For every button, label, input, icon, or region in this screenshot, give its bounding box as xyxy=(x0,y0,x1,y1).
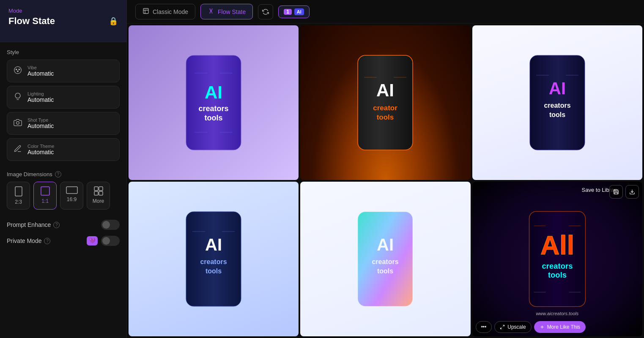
svg-rect-5 xyxy=(15,187,22,196)
flow-state-btn[interactable]: Flow State xyxy=(200,4,253,19)
more-btn[interactable]: ••• xyxy=(476,321,492,333)
color-theme-value: Automatic xyxy=(27,149,54,155)
shot-type-label: Shot Type xyxy=(27,117,54,123)
prompt-enhance-label: Prompt Enhance xyxy=(7,221,51,228)
prompt-enhance-toggle[interactable] xyxy=(101,220,120,230)
svg-text:creators: creators xyxy=(542,262,573,270)
image-card-1[interactable]: AI creators tools xyxy=(129,25,299,180)
upscale-btn[interactable]: Upscale xyxy=(494,321,531,333)
dimensions-label: Image Dimensions ? xyxy=(7,171,120,177)
more-like-btn[interactable]: More Like This xyxy=(534,321,586,333)
private-mode-row: Private Mode ? 💜 xyxy=(7,236,120,246)
private-mode-toggle-wrap: 💜 xyxy=(87,236,120,246)
mode-header: Mode Flow State 🔒 xyxy=(0,0,126,42)
dimensions-help-icon[interactable]: ? xyxy=(55,171,61,177)
mode-label: Mode xyxy=(8,8,118,14)
dim-label-2-3: 2:3 xyxy=(15,199,22,205)
watermark: www.aicreators.tools xyxy=(536,311,578,316)
style-label: Style xyxy=(7,49,120,55)
color-theme-text: Color Theme Automatic xyxy=(27,144,54,155)
image-card-6[interactable]: Save to Library xyxy=(472,182,642,336)
private-mode-help-icon[interactable]: ? xyxy=(44,238,50,244)
more-dim-icon xyxy=(94,186,103,196)
vibe-text: Vibe Automatic xyxy=(27,65,54,77)
color-theme-option[interactable]: Color Theme Automatic xyxy=(7,138,120,161)
dim-icon-16-9 xyxy=(66,186,78,194)
lighting-text: Lighting Automatic xyxy=(27,91,54,103)
image-card-4[interactable]: AI creators tools xyxy=(129,182,299,336)
style-section: Style Vibe Automatic xyxy=(0,42,126,168)
prompt-enhance-row: Prompt Enhance ? xyxy=(7,220,120,230)
private-mode-label: Private Mode xyxy=(7,237,41,244)
flow-state-icon xyxy=(208,8,214,16)
svg-rect-6 xyxy=(41,187,49,195)
dim-btn-16-9[interactable]: 16:9 xyxy=(60,182,83,210)
svg-rect-11 xyxy=(99,191,103,195)
image-card-2[interactable]: AI creator tools xyxy=(300,25,470,180)
classic-mode-label: Classic Mode xyxy=(153,8,188,15)
refresh-btn[interactable] xyxy=(258,4,273,19)
dimension-buttons: 2:3 1:1 16:9 xyxy=(7,182,120,210)
dim-label-16-9: 16:9 xyxy=(67,196,77,202)
count-badge: 1 xyxy=(284,9,292,15)
flow-state-label: Flow State xyxy=(218,8,246,15)
shot-type-text: Shot Type Automatic xyxy=(27,117,54,129)
more-icon: ••• xyxy=(481,324,487,330)
pen-icon xyxy=(13,144,22,155)
dimensions-section: Image Dimensions ? 2:3 1:1 xyxy=(0,168,126,215)
lighting-option[interactable]: Lighting Automatic xyxy=(7,86,120,109)
svg-point-0 xyxy=(14,66,22,74)
color-theme-label: Color Theme xyxy=(27,144,54,149)
ai-badge: AI xyxy=(294,8,304,15)
shot-type-option[interactable]: Shot Type Automatic xyxy=(7,112,120,135)
image-card-5[interactable]: AI creators tools xyxy=(300,182,470,336)
svg-point-4 xyxy=(16,121,19,124)
lock-icon: 🔒 xyxy=(109,16,118,26)
palette-icon xyxy=(13,66,22,76)
lighting-label: Lighting xyxy=(27,91,54,96)
download-btn[interactable] xyxy=(625,185,639,199)
save-library-btn[interactable] xyxy=(609,185,623,199)
vibe-option[interactable]: Vibe Automatic xyxy=(7,60,120,82)
card-top-actions xyxy=(609,185,639,199)
svg-point-3 xyxy=(17,71,19,72)
topbar: Classic Mode Flow State 1 AI xyxy=(127,0,644,24)
dim-label-more: More xyxy=(93,198,104,204)
vibe-value: Automatic xyxy=(27,70,54,77)
image-card-3[interactable]: AI creators tools xyxy=(472,25,642,180)
card-bottom-actions: ••• Upscale More Like This xyxy=(476,321,586,333)
upscale-label: Upscale xyxy=(507,324,526,330)
svg-text:All: All xyxy=(540,230,574,260)
prompt-enhance-help-icon[interactable]: ? xyxy=(53,222,60,228)
sidebar: Mode Flow State 🔒 Style Vibe Automatic xyxy=(0,0,127,338)
svg-rect-12 xyxy=(143,8,148,14)
classic-mode-btn[interactable]: Classic Mode xyxy=(135,4,195,19)
heart-badge: 💜 xyxy=(87,236,98,245)
lighting-value: Automatic xyxy=(27,96,54,103)
dim-icon-2-3 xyxy=(15,186,22,196)
svg-rect-9 xyxy=(99,187,103,191)
toggle-section: Prompt Enhance ? Private Mode ? 💜 xyxy=(0,215,126,251)
svg-text:tools: tools xyxy=(548,270,567,279)
more-like-label: More Like This xyxy=(547,324,580,330)
dim-btn-more[interactable]: More xyxy=(87,182,110,210)
classic-mode-icon xyxy=(143,8,149,16)
svg-rect-10 xyxy=(94,191,98,195)
shot-type-value: Automatic xyxy=(27,123,54,129)
count-btn[interactable]: 1 AI xyxy=(278,5,310,18)
svg-point-2 xyxy=(19,69,20,70)
mode-value: Flow State xyxy=(8,16,118,27)
vibe-label: Vibe xyxy=(27,65,54,70)
dim-btn-2-3[interactable]: 2:3 xyxy=(7,182,30,210)
lightbulb-icon xyxy=(13,92,22,103)
svg-rect-7 xyxy=(66,187,77,194)
svg-rect-8 xyxy=(94,187,98,191)
main-content: Classic Mode Flow State 1 AI xyxy=(127,0,644,338)
svg-point-1 xyxy=(16,69,17,70)
image-grid: AI creators tools xyxy=(127,24,644,338)
dim-btn-1-1[interactable]: 1:1 xyxy=(33,182,57,210)
camera-icon xyxy=(13,118,22,129)
private-mode-toggle[interactable] xyxy=(101,236,120,246)
dim-label-1-1: 1:1 xyxy=(41,198,49,204)
dim-icon-1-1 xyxy=(41,186,50,196)
